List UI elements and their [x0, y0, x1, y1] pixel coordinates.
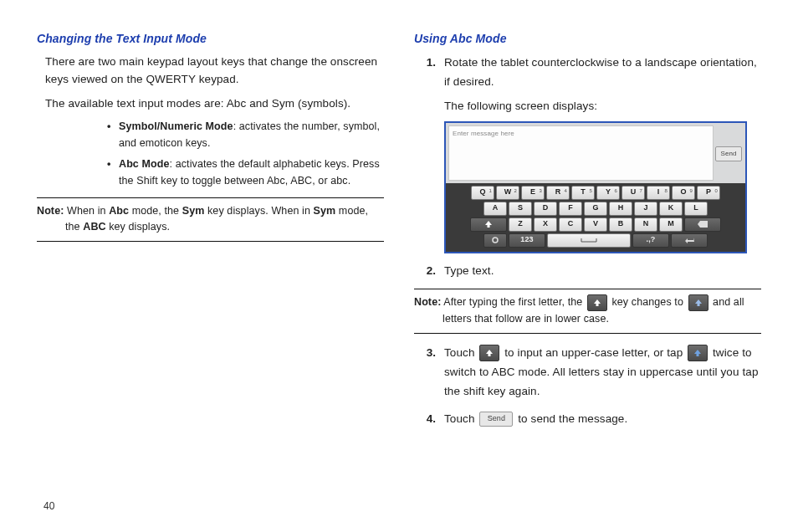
shift-icon-dark [479, 345, 499, 361]
key-S: S [509, 202, 532, 216]
shift-up-icon [587, 294, 607, 311]
step-3: Touch to input an upper-case letter, or … [439, 344, 761, 402]
backspace-key [684, 217, 721, 232]
left-note-t1: When in [64, 205, 109, 217]
step4b: to send the message. [514, 412, 627, 425]
key-G: G [584, 202, 607, 216]
step3b: to input an upper-case letter, or tap [501, 346, 686, 359]
right-column: Using Abc Mode Rotate the tablet counter… [414, 27, 761, 485]
step1-text: Rotate the tablet counterclockwise to a … [444, 56, 757, 88]
left-note-t2: mode, the [129, 205, 182, 217]
key-F: F [559, 202, 582, 216]
key-H: H [609, 202, 632, 216]
key-D: D [534, 202, 557, 216]
key-123: 123 [509, 233, 545, 248]
key-I: I8 [647, 186, 670, 200]
key-Q: Q1 [471, 186, 494, 200]
keyboard-rows: Q1W2E3R4T5Y6U7I8O9P0 ASDFGHJKL ZXCVBNM 1… [446, 183, 745, 252]
key-V: V [584, 217, 607, 232]
key-J: J [634, 202, 657, 216]
left-heading: Changing the Text Input Mode [37, 30, 384, 49]
key-K: K [659, 202, 683, 216]
key-N: N [634, 217, 657, 232]
page-number: 40 [43, 500, 54, 512]
key-L: L [684, 202, 708, 216]
bullet2-bold: Abc Mode [119, 158, 170, 170]
key-C: C [559, 217, 582, 232]
message-input-area: Enter message here [448, 125, 714, 181]
key-.,?: .,? [632, 233, 669, 248]
step-2: Type text. [439, 262, 761, 281]
key-X: X [534, 217, 557, 232]
left-column: Changing the Text Input Mode There are t… [37, 27, 384, 485]
right-heading: Using Abc Mode [414, 30, 761, 49]
keyboard-screenshot: Enter message here Send Q1W2E3R4T5Y6U7I8… [444, 121, 747, 253]
settings-key [483, 233, 507, 248]
shift-down-icon [688, 294, 708, 311]
step-1: Rotate the tablet counterclockwise to a … [439, 54, 761, 253]
steps-list: Rotate the tablet counterclockwise to a … [439, 54, 761, 281]
right-note-t1: After typing the first letter, the [441, 297, 585, 309]
left-p1: There are two main keypad layout keys th… [45, 54, 384, 89]
left-note-t5: key displays. [106, 221, 170, 233]
left-p2: The available text input modes are: Abc … [45, 95, 384, 113]
bullet-symbol-mode: Symbol/Numeric Mode: activates the numbe… [110, 119, 384, 151]
step2-text: Type text. [444, 264, 494, 277]
key-O: O9 [672, 186, 695, 200]
step3a: Touch [444, 346, 478, 359]
send-icon: Send [479, 412, 513, 427]
key-P: P0 [697, 186, 720, 200]
left-note: Note: When in Abc mode, the Sym key disp… [37, 197, 384, 242]
key-M: M [659, 217, 683, 232]
key-Y: Y6 [596, 186, 620, 200]
shift-key [470, 217, 507, 232]
bullet-abc-mode: Abc Mode: activates the default alphabet… [110, 156, 384, 189]
step1b-text: The following screen displays: [444, 100, 597, 112]
svg-point-0 [493, 238, 498, 243]
enter-key [671, 233, 708, 248]
left-note-b3: Sym [314, 205, 336, 217]
key-W: W2 [496, 186, 519, 200]
bullet1-bold: Symbol/Numeric Mode [119, 120, 233, 132]
right-note: Note: After typing the first letter, the… [414, 289, 761, 333]
right-note-t2: key changes to [609, 297, 687, 309]
left-note-b2: Sym [182, 205, 205, 217]
key-A: A [483, 202, 507, 216]
key-T: T5 [571, 186, 595, 200]
left-bullet-list: Symbol/Numeric Mode: activates the numbe… [77, 119, 384, 189]
key-R: R4 [546, 186, 570, 200]
left-note-b1: Abc [109, 205, 129, 217]
note-label: Note: [37, 205, 64, 217]
left-note-t3: key displays. When in [204, 205, 313, 217]
left-note-b4: ABC [83, 221, 105, 233]
steps-list-2: Touch to input an upper-case letter, or … [439, 344, 761, 429]
send-button: Send [715, 146, 742, 161]
right-note-label: Note: [414, 297, 441, 309]
space-key [547, 233, 631, 248]
key-Z: Z [509, 217, 532, 232]
step-4: Touch Send to send the message. [439, 410, 761, 429]
key-B: B [609, 217, 632, 232]
message-placeholder: Enter message here [453, 128, 514, 140]
key-U: U7 [622, 186, 645, 200]
shift-icon-blue [688, 345, 708, 361]
key-E: E3 [521, 186, 545, 200]
step4a: Touch [444, 412, 478, 425]
